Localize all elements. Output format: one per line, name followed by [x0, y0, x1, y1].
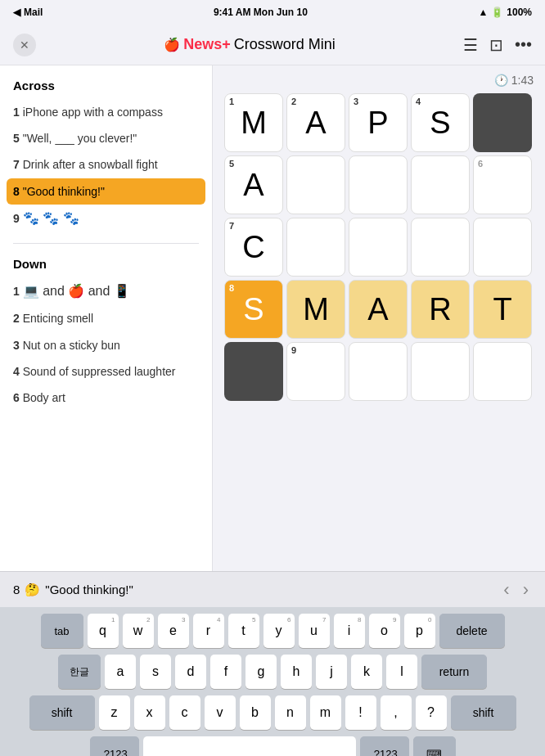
next-clue-button[interactable]: ›: [520, 576, 532, 604]
keyboard: tab 1q 2w 3e 4r 5t 6y 7u 8i 9o 0p delete…: [0, 607, 545, 756]
key-d[interactable]: d: [175, 655, 206, 689]
clue-across-7[interactable]: 7 Drink after a snowball fight: [0, 151, 212, 178]
timer-value: 1:43: [511, 74, 534, 87]
screen-icon[interactable]: ⊡: [489, 35, 503, 55]
header-title: 🍎 News+ Crossword Mini: [164, 36, 336, 53]
clue-across-5[interactable]: 5 "Well, ___ you clever!": [0, 125, 212, 151]
key-hangul[interactable]: 한글: [58, 655, 101, 689]
key-w[interactable]: 2w: [123, 614, 154, 648]
key-keyboard[interactable]: ⌨: [413, 736, 456, 756]
key-h[interactable]: h: [281, 655, 312, 689]
cell-1-0[interactable]: 5A: [224, 155, 283, 214]
key-comma[interactable]: ,: [381, 695, 412, 730]
key-k[interactable]: k: [351, 655, 382, 689]
cell-0-0[interactable]: 1M: [224, 93, 283, 152]
key-space[interactable]: [143, 736, 356, 756]
main-content: Across 1 iPhone app with a compass 5 "We…: [0, 65, 545, 571]
header-actions: ☰ ⊡ •••: [463, 35, 532, 55]
list-icon[interactable]: ☰: [463, 35, 478, 55]
cell-2-4[interactable]: [473, 218, 532, 277]
key-n[interactable]: n: [275, 695, 306, 730]
status-bar: ◀ Mail 9:41 AM Mon Jun 10 ▲ 🔋 100%: [0, 0, 545, 25]
key-shift-right[interactable]: shift: [451, 695, 516, 730]
key-m[interactable]: m: [310, 695, 341, 730]
keyboard-row-3: shift z x c v b n m ! , ? shift: [3, 695, 542, 730]
cell-3-1[interactable]: M: [286, 280, 345, 339]
header: ✕ 🍎 News+ Crossword Mini ☰ ⊡ •••: [0, 25, 545, 65]
clue-down-2[interactable]: 2 Enticing smell: [0, 305, 212, 331]
wifi-icon: ▲: [478, 7, 488, 18]
key-b[interactable]: b: [240, 695, 271, 730]
key-i[interactable]: 8i: [334, 614, 365, 648]
timer-icon: 🕐: [494, 74, 508, 87]
cell-0-1[interactable]: 2A: [286, 93, 345, 152]
cell-2-1[interactable]: [286, 218, 345, 277]
clue-across-1[interactable]: 1 iPhone app with a compass: [0, 99, 212, 125]
keyboard-row-4: .?123 .?123 ⌨: [3, 736, 542, 756]
cell-3-0[interactable]: 8S: [224, 280, 283, 339]
clue-emoji-icon: 🤔: [25, 583, 40, 597]
key-o[interactable]: 9o: [369, 614, 400, 648]
key-u[interactable]: 7u: [299, 614, 330, 648]
key-p[interactable]: 0p: [404, 614, 435, 648]
cell-1-3[interactable]: [411, 155, 470, 214]
cell-4-4[interactable]: [473, 342, 532, 401]
key-symbols-left[interactable]: .?123: [90, 736, 139, 756]
keyboard-row-1: tab 1q 2w 3e 4r 5t 6y 7u 8i 9o 0p delete: [3, 614, 542, 648]
key-r[interactable]: 4r: [193, 614, 224, 648]
key-z[interactable]: z: [99, 695, 130, 730]
clue-down-6[interactable]: 6 Body art: [0, 385, 212, 411]
key-v[interactable]: v: [205, 695, 236, 730]
cell-2-0[interactable]: 7C: [224, 218, 283, 277]
cell-4-1[interactable]: 9: [286, 342, 345, 401]
keyboard-row-2: 한글 a s d f g h j k l return: [3, 655, 542, 689]
key-a[interactable]: a: [105, 655, 136, 689]
cell-0-2[interactable]: 3P: [349, 93, 408, 152]
clues-divider: [13, 243, 199, 244]
across-title: Across: [0, 75, 212, 99]
close-button[interactable]: ✕: [13, 34, 36, 56]
bottom-nav: ‹ ›: [500, 576, 532, 604]
cell-3-3[interactable]: R: [411, 280, 470, 339]
clue-down-1[interactable]: 1 💻 and 🍎 and 📱: [0, 277, 212, 306]
key-shift-left[interactable]: shift: [29, 695, 95, 730]
key-return[interactable]: return: [421, 655, 487, 689]
key-exclaim[interactable]: !: [345, 695, 376, 730]
cell-4-3[interactable]: [411, 342, 470, 401]
key-tab[interactable]: tab: [41, 614, 83, 648]
key-question[interactable]: ?: [416, 695, 447, 730]
cell-4-2[interactable]: [349, 342, 408, 401]
key-j[interactable]: j: [316, 655, 347, 689]
clue-down-4[interactable]: 4 Sound of suppressed laughter: [0, 358, 212, 385]
cell-2-2[interactable]: [349, 218, 408, 277]
clue-across-8[interactable]: 8 "Good thinking!": [7, 178, 205, 205]
key-g[interactable]: g: [245, 655, 277, 689]
cell-2-3[interactable]: [411, 218, 470, 277]
key-f[interactable]: f: [210, 655, 241, 689]
prev-clue-button[interactable]: ‹: [500, 576, 512, 604]
key-e[interactable]: 3e: [158, 614, 189, 648]
key-delete[interactable]: delete: [439, 614, 505, 648]
carrier: Mail: [24, 7, 43, 18]
key-symbols-right[interactable]: .?123: [360, 736, 409, 756]
bottom-clue-text: 8 🤔 "Good thinking!": [13, 583, 133, 597]
clue-across-9[interactable]: 9 🐾 🐾 🐾: [0, 205, 212, 233]
key-y[interactable]: 6y: [263, 614, 295, 648]
key-s[interactable]: s: [140, 655, 171, 689]
cell-3-4[interactable]: T: [473, 280, 532, 339]
cell-1-1[interactable]: [286, 155, 345, 214]
grid-area: 🕐 1:43 1M 2A 3P 4S 5A 6 7C 8S M A: [213, 65, 545, 571]
cell-1-4[interactable]: 6: [473, 155, 532, 214]
key-q[interactable]: 1q: [88, 614, 119, 648]
more-icon[interactable]: •••: [515, 35, 532, 54]
cell-3-2[interactable]: A: [349, 280, 408, 339]
key-l[interactable]: l: [386, 655, 417, 689]
back-arrow[interactable]: ◀: [13, 7, 20, 18]
cell-0-3[interactable]: 4S: [411, 93, 470, 152]
key-c[interactable]: c: [169, 695, 200, 730]
clue-down-3[interactable]: 3 Nut on a sticky bun: [0, 332, 212, 358]
news-plus-label: News+: [183, 36, 231, 53]
key-x[interactable]: x: [134, 695, 165, 730]
cell-1-2[interactable]: [349, 155, 408, 214]
key-t[interactable]: 5t: [228, 614, 259, 648]
